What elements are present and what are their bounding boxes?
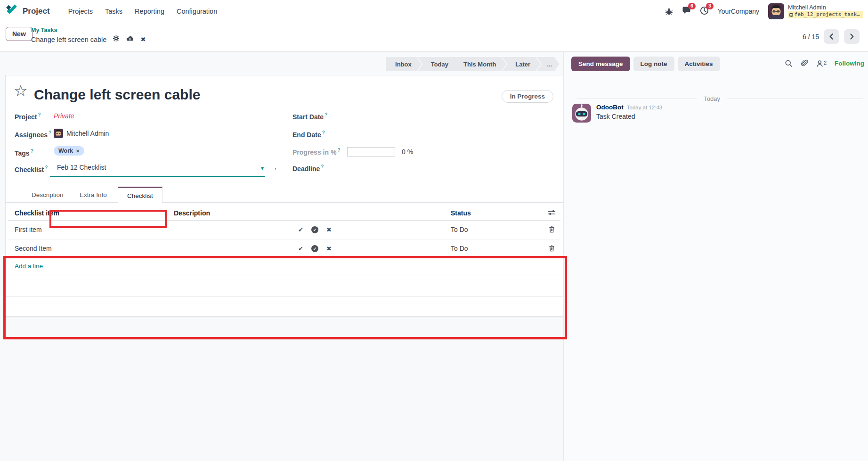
pager-next-button[interactable] [844,29,860,44]
user-name: Mitchell Admin [788,4,863,11]
nav-item-projects[interactable]: Projects [62,8,99,15]
help-icon: ? [324,112,327,117]
activities-badge: 3 [706,3,714,9]
mark-done-check-icon[interactable]: ✔ [298,227,303,233]
status-cell[interactable]: To Do [451,226,468,233]
checklist-item-cell[interactable]: Second Item [15,245,52,252]
table-tail-spacer [8,274,560,285]
project-app-icon [6,4,18,18]
mark-cancel-x-icon[interactable]: ✖ [326,227,332,233]
stage-later[interactable]: Later [502,57,541,71]
mark-done-check-icon[interactable]: ✔ [298,246,303,252]
column-header-item: Checklist item [15,209,59,217]
progress-input[interactable] [347,147,395,156]
assignees-label: Assignees? [15,130,51,139]
status-badge[interactable]: In Progress [502,90,553,103]
user-menu[interactable]: Mitchell Admin feb_12_projects_tasks_li… [768,3,863,19]
mark-done-circle-icon[interactable]: ✔ [311,245,318,252]
discard-x-icon[interactable]: ✖ [140,36,146,42]
project-value[interactable]: Private [54,112,74,120]
stage-inbox[interactable]: Inbox [386,57,422,71]
tab-description[interactable]: Description [23,187,73,203]
column-header-status: Status [451,209,471,217]
nav-item-configuration[interactable]: Configuration [170,8,223,15]
optional-columns-icon[interactable] [548,209,556,218]
mark-done-circle-icon[interactable]: ✔ [311,226,318,233]
chevron-right-icon [849,33,854,40]
stage-this-month[interactable]: This Month [450,57,506,71]
nav-item-tasks[interactable]: Tasks [99,8,129,15]
assignee-chip[interactable]: Mitchell Admin [54,129,109,138]
tag-remove-icon[interactable]: ✕ [76,148,80,154]
database-icon [789,12,793,17]
tags-label: Tags? [15,148,33,157]
chatter-actions: Send message Log note Activities [571,57,720,71]
checklist-table: Checklist item Description Status First … [8,206,560,285]
chatter-message: OdooBot Today at 12:43 Task Created [572,104,662,123]
debug-bug-icon[interactable] [665,8,673,16]
attachment-paperclip-icon[interactable] [801,59,808,67]
help-icon: ? [49,130,51,135]
progress-label: Progress in %? [292,148,340,156]
delete-row-trash-icon[interactable] [549,226,555,235]
new-button[interactable]: New [6,27,32,41]
checklist-input[interactable] [52,161,164,174]
send-message-button[interactable]: Send message [571,57,630,71]
end-date-label: End Date? [292,130,325,139]
help-icon: ? [38,112,41,117]
followers-button[interactable]: 2 [816,60,827,67]
form-sheet: ☆ Change left screen cable In Progress P… [5,75,563,317]
breadcrumb-parent-link[interactable]: My Tasks [31,27,57,33]
tag-work[interactable]: Work ✕ [54,146,84,156]
add-a-line-link[interactable]: Add a line [15,263,43,270]
internal-link-arrow-icon[interactable]: → [270,163,278,173]
kanban-stage-bar: Inbox Today This Week This Month Later .… [386,57,560,71]
nav-item-reporting[interactable]: Reporting [129,8,170,15]
search-messages-icon[interactable] [785,59,793,67]
help-icon: ? [45,165,48,170]
dropdown-caret-icon[interactable]: ▾ [261,165,264,172]
column-header-description: Description [174,209,210,217]
app-name[interactable]: Project [23,7,50,16]
log-note-button[interactable]: Log note [633,57,674,71]
mark-cancel-x-icon[interactable]: ✖ [326,246,332,252]
project-label: Project? [15,112,41,121]
save-cloud-icon[interactable] [126,35,134,44]
company-switcher[interactable]: YourCompany [718,8,759,15]
tags-field: Work ✕ [54,146,84,156]
checklist-item-cell[interactable]: First item [15,226,42,233]
top-navbar: Project Projects Tasks Reporting Configu… [0,0,868,23]
help-icon: ? [321,164,324,169]
following-button[interactable]: Following [835,60,864,67]
favorite-star-icon[interactable]: ☆ [14,83,28,99]
activities-button[interactable]: Activities [678,57,720,71]
help-icon: ? [322,130,325,135]
odoo-task-form-screen: Project Projects Tasks Reporting Configu… [0,0,868,461]
record-pager: 6 / 15 [803,29,860,44]
task-title[interactable]: Change left screen cable [34,87,200,103]
chatter-panel: Send message Log note Activities 2 Follo… [563,52,868,461]
table-header-row: Checklist item Description Status [8,206,560,221]
date-divider-label: Today [704,95,720,102]
pager-previous-button[interactable] [824,29,839,44]
add-line-row: Add a line [8,258,560,274]
odoobot-avatar [572,104,591,123]
actions-gear-icon[interactable] [113,35,120,44]
chevron-left-icon [829,33,834,40]
activities-menu[interactable]: 3 [700,6,709,17]
messages-menu[interactable]: 6 [682,6,691,16]
delete-row-trash-icon[interactable] [549,245,555,254]
tab-checklist[interactable]: Checklist [118,187,162,203]
app-switcher[interactable]: Project [6,4,50,18]
message-author: OdooBot [596,104,624,111]
start-date-label: Start Date? [292,112,327,121]
checklist-field-underline [50,176,265,177]
breadcrumb-current: Change left screen cable [31,36,106,43]
systray: 6 3 YourCompany Mitchell Admin feb_12_pr… [665,3,863,19]
sheet-bottom-divider [6,296,563,296]
status-cell[interactable]: To Do [451,245,468,252]
breadcrumb: My Tasks Change left screen cable ✖ [31,25,146,44]
tab-extra-info[interactable]: Extra Info [71,187,116,203]
followers-person-icon [816,60,823,67]
form-view-area: Inbox Today This Week This Month Later .… [0,52,563,461]
